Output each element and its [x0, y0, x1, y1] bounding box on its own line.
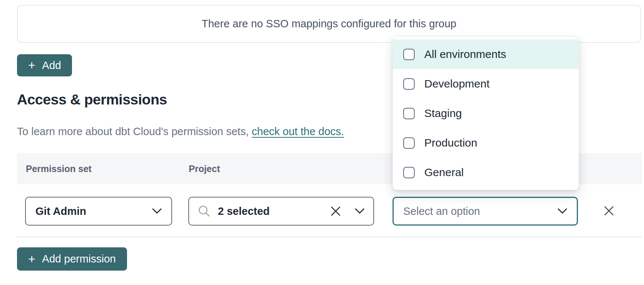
dropdown-option-all-environments[interactable]: All environments: [393, 40, 579, 69]
add-permission-button[interactable]: + Add permission: [17, 247, 127, 271]
remove-row-button[interactable]: [602, 204, 616, 217]
project-select-value: 2 selected: [218, 205, 323, 217]
chevron-down-icon: [152, 208, 162, 214]
chevron-down-icon: [558, 208, 567, 214]
search-icon: [198, 205, 210, 217]
option-label: Staging: [424, 107, 462, 120]
environment-select[interactable]: Select an option: [393, 197, 578, 226]
add-permission-label: Add permission: [42, 253, 116, 265]
checkbox[interactable]: [403, 137, 415, 149]
option-label: Development: [424, 78, 490, 90]
column-header-permission-set: Permission set: [26, 153, 92, 184]
section-description: To learn more about dbt Cloud's permissi…: [17, 126, 344, 138]
dropdown-option-production[interactable]: Production: [393, 128, 579, 158]
add-button-label: Add: [42, 59, 61, 72]
checkbox[interactable]: [403, 49, 415, 60]
option-label: All environments: [424, 48, 506, 61]
docs-link[interactable]: check out the docs.: [252, 126, 344, 137]
environment-select-placeholder: Select an option: [403, 205, 558, 217]
permission-set-select[interactable]: Git Admin: [25, 197, 172, 226]
permission-set-value: Git Admin: [35, 205, 152, 217]
sso-empty-message: There are no SSO mappings configured for…: [202, 18, 456, 30]
section-title: Access & permissions: [17, 92, 167, 108]
add-sso-mapping-button[interactable]: + Add: [17, 54, 72, 76]
plus-icon: +: [28, 253, 35, 265]
option-label: General: [424, 166, 464, 179]
close-icon: [603, 205, 614, 216]
checkbox[interactable]: [403, 167, 415, 178]
description-text: To learn more about dbt Cloud's permissi…: [17, 126, 252, 137]
project-select[interactable]: 2 selected: [188, 197, 374, 226]
dropdown-option-staging[interactable]: Staging: [393, 99, 579, 128]
clear-selection-icon[interactable]: [330, 206, 341, 216]
environment-dropdown-menu: All environments Development Staging Pro…: [393, 36, 579, 190]
dropdown-option-development[interactable]: Development: [393, 69, 579, 99]
option-label: Production: [424, 137, 477, 149]
checkbox[interactable]: [403, 108, 415, 119]
plus-icon: +: [28, 59, 35, 71]
chevron-down-icon: [355, 208, 364, 214]
column-header-project: Project: [189, 153, 220, 184]
checkbox[interactable]: [403, 78, 415, 90]
dropdown-option-general[interactable]: General: [393, 158, 579, 187]
